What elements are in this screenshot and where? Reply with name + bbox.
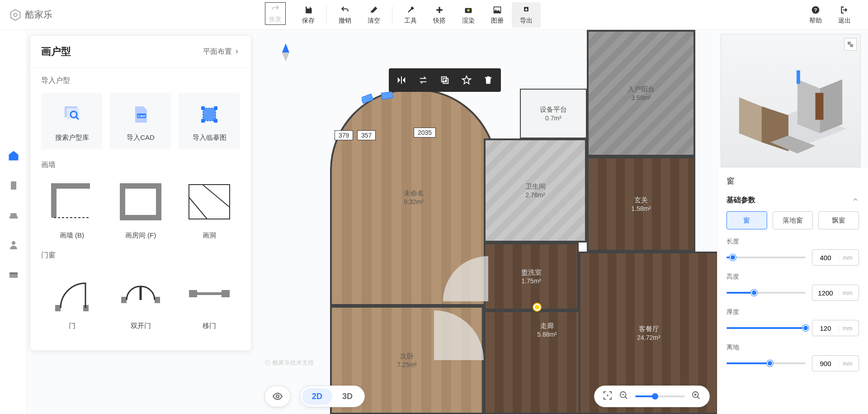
- search-library-icon: [59, 102, 85, 127]
- param-input[interactable]: [812, 289, 839, 297]
- sel-delete[interactable]: [478, 71, 498, 89]
- card-import-trace[interactable]: 导入临摹图: [179, 93, 240, 149]
- card-sliding-door[interactable]: 移门: [179, 267, 240, 330]
- room-entrance[interactable]: 玄关 1.58m²: [587, 157, 695, 252]
- param-value-box: mm: [812, 249, 859, 266]
- app-logo: 酷家乐: [9, 9, 52, 21]
- right-panel: 窗 基础参数 窗 落地窗 飘窗 长度mm高度mm厚度mm离地mm: [717, 168, 868, 414]
- param-label: 高度: [726, 273, 859, 281]
- toolbar-render[interactable]: 渲染: [454, 2, 483, 28]
- zoom-in[interactable]: [691, 390, 701, 402]
- svg-rect-9: [9, 272, 18, 274]
- svg-rect-29: [362, 94, 373, 103]
- section-collapse[interactable]: [852, 196, 859, 205]
- wrench-icon: [406, 5, 415, 15]
- room-thumb-icon: [111, 177, 170, 227]
- sel-mirror[interactable]: [392, 71, 411, 89]
- card-draw-wall[interactable]: 画墙 (B): [41, 177, 103, 240]
- sel-swap[interactable]: [413, 71, 433, 89]
- preview-3d[interactable]: [721, 34, 861, 167]
- room-bathroom[interactable]: 卫生间 2.76m²: [484, 138, 587, 243]
- seg-floor-window[interactable]: 落地窗: [773, 211, 813, 229]
- trash-icon: [483, 75, 493, 85]
- svg-rect-15: [203, 108, 216, 121]
- param-unit: mm: [839, 290, 856, 296]
- redo-icon: [270, 4, 280, 14]
- svg-rect-47: [797, 71, 800, 84]
- view-bar: 2D 3D: [264, 385, 365, 407]
- card-draw-hole[interactable]: 画洞: [179, 177, 240, 240]
- rail-door[interactable]: [5, 177, 22, 194]
- selected-window[interactable]: [362, 89, 398, 111]
- layout-link[interactable]: 平面布置: [203, 47, 240, 57]
- trace-icon: [197, 102, 222, 127]
- rail-furniture[interactable]: [5, 207, 22, 224]
- rail-cabinet[interactable]: [5, 267, 22, 283]
- param-row-3: 离地mm: [726, 343, 859, 371]
- svg-rect-27: [222, 290, 230, 297]
- seg-bay-window[interactable]: 飘窗: [818, 211, 859, 229]
- svg-rect-6: [11, 181, 16, 190]
- card-door[interactable]: 门: [41, 267, 103, 330]
- sel-copy[interactable]: [435, 71, 455, 89]
- double-door-thumb-icon: [111, 267, 170, 317]
- param-unit: mm: [839, 360, 856, 367]
- toolbar-exit[interactable]: 退出: [830, 2, 859, 28]
- door-thumb-icon: [42, 267, 101, 317]
- card-import-cad[interactable]: CAD 导入CAD: [110, 93, 171, 149]
- rail-floorplan[interactable]: [5, 148, 22, 164]
- copy-icon: [440, 75, 450, 85]
- zoom-out[interactable]: [619, 390, 629, 402]
- param-value-box: mm: [812, 355, 859, 371]
- rail-person[interactable]: [5, 237, 22, 253]
- zoom-fit[interactable]: [603, 390, 613, 402]
- card-search-library[interactable]: 搜索户型库: [41, 93, 103, 149]
- quick-icon: [434, 5, 444, 15]
- dim-379[interactable]: 379: [335, 130, 353, 140]
- toolbar-clear[interactable]: 清空: [359, 2, 388, 28]
- toolbar-save[interactable]: 保存: [294, 2, 323, 28]
- toolbar-right: ?帮助 退出: [801, 2, 859, 28]
- toolbar-export[interactable]: 导出: [512, 2, 541, 28]
- toolbar-undo[interactable]: 撤销: [330, 2, 359, 28]
- dim-2035[interactable]: 2035: [414, 128, 436, 138]
- param-slider[interactable]: [726, 362, 806, 364]
- toolbar-quick[interactable]: 快搭: [425, 2, 454, 28]
- mode-3d[interactable]: 3D: [332, 388, 363, 405]
- marker-dot[interactable]: [533, 304, 541, 311]
- save-icon: [303, 5, 313, 15]
- room-balcony[interactable]: 入户阳台 3.59m²: [587, 30, 695, 157]
- toolbar-album[interactable]: 图册: [483, 2, 512, 28]
- zoom-slider[interactable]: [635, 395, 685, 397]
- dim-357[interactable]: 357: [357, 130, 376, 140]
- image-icon: [492, 5, 502, 15]
- param-slider[interactable]: [726, 327, 806, 329]
- fit-icon: [603, 390, 613, 400]
- toolbar-tools[interactable]: 工具: [396, 2, 425, 28]
- room-equipment[interactable]: 设备平台 0.7m²: [520, 89, 587, 138]
- seg-window[interactable]: 窗: [726, 211, 767, 229]
- swap-icon: [418, 75, 428, 85]
- help-icon: ?: [811, 5, 821, 15]
- visibility-toggle[interactable]: [267, 385, 288, 407]
- card-double-door[interactable]: 双开门: [110, 267, 171, 330]
- param-slider[interactable]: [726, 292, 806, 294]
- left-rail: [0, 30, 27, 414]
- svg-point-0: [14, 13, 17, 16]
- card-draw-room[interactable]: 画房间 (F): [110, 177, 171, 240]
- toolbar-redo[interactable]: 恢复: [265, 2, 286, 25]
- camera-icon: [463, 5, 473, 15]
- mode-2d[interactable]: 2D: [302, 388, 332, 405]
- param-slider[interactable]: [726, 257, 806, 258]
- sel-favorite[interactable]: [457, 71, 476, 89]
- param-input[interactable]: [812, 360, 839, 367]
- chevron-up-icon: [852, 196, 859, 203]
- panel-title: 画户型: [41, 45, 71, 58]
- param-input[interactable]: [812, 254, 839, 262]
- svg-rect-20: [123, 186, 159, 218]
- room-washroom[interactable]: 盥洗室 1.75m²: [484, 243, 579, 310]
- toolbar-help[interactable]: ?帮助: [801, 2, 830, 28]
- svg-rect-46: [816, 93, 824, 120]
- param-input[interactable]: [812, 324, 839, 332]
- svg-rect-30: [381, 91, 393, 99]
